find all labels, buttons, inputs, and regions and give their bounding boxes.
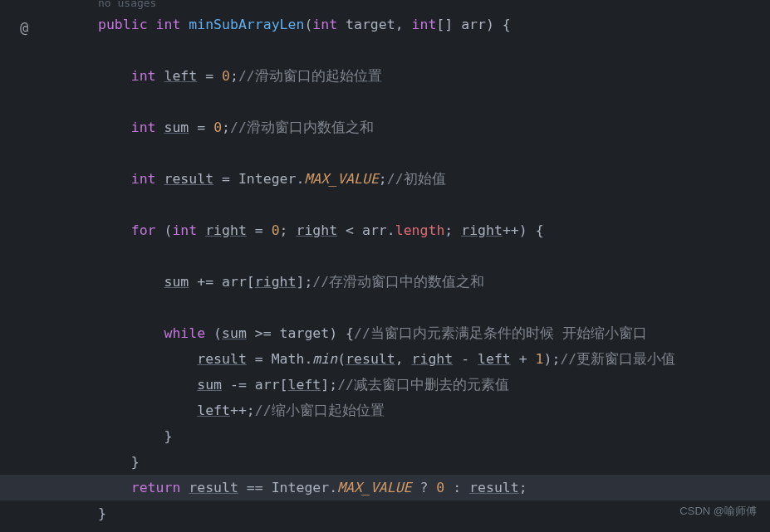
gutter: @ (0, 0, 50, 532)
code-line (98, 295, 770, 320)
code-line: } (98, 423, 770, 449)
code-line (98, 37, 770, 63)
code-line: int sum = 0;//滑动窗口内数值之和 (98, 115, 770, 140)
code-line-current: return result == Integer.MAX_VALUE ? 0 :… (0, 475, 770, 500)
usages-hint: no usages (98, 0, 770, 12)
code-line: result = Math.min(result, right - left +… (98, 346, 770, 372)
code-line: left++;//缩小窗口起始位置 (98, 398, 770, 423)
code-line (98, 192, 770, 217)
code-line (98, 140, 770, 166)
code-line (98, 89, 770, 115)
code-line (98, 243, 770, 269)
code-editor[interactable]: no usages public int minSubArrayLen(int … (98, 0, 770, 526)
code-line: } (98, 449, 770, 475)
code-line: int left = 0;//滑动窗口的起始位置 (98, 63, 770, 89)
code-line: public int minSubArrayLen(int target, in… (98, 12, 770, 37)
code-line: int result = Integer.MAX_VALUE;//初始值 (98, 166, 770, 192)
code-line: while (sum >= target) {//当窗口内元素满足条件的时候 开… (98, 320, 770, 346)
code-line: sum += arr[right];//存滑动窗口中的数值之和 (98, 269, 770, 295)
code-line: sum -= arr[left];//减去窗口中删去的元素值 (98, 372, 770, 398)
watermark: CSDN @喻师傅 (679, 498, 757, 524)
code-line: for (int right = 0; right < arr.length; … (98, 217, 770, 243)
code-line: } (98, 500, 770, 526)
override-icon[interactable]: @ (20, 15, 28, 41)
